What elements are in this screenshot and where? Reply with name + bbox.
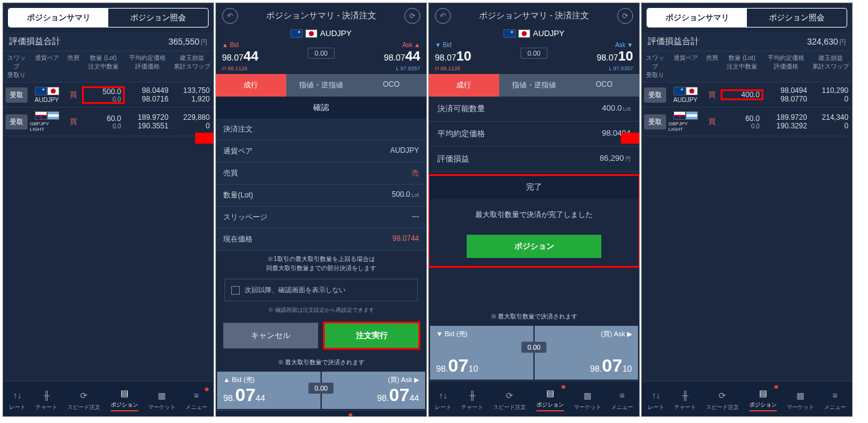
- tab-oco[interactable]: OCO: [356, 74, 426, 97]
- back-icon[interactable]: ↶: [435, 8, 451, 24]
- receive-button[interactable]: 受取: [6, 87, 28, 103]
- header-title: ポジションサマリ - 決済注文: [266, 10, 376, 21]
- refresh-icon[interactable]: ⟳: [404, 8, 420, 24]
- ask-panel[interactable]: (買) Ask ▶ 98.0744: [322, 372, 425, 409]
- price-strip: ▼ Bid 98.0710 0.00 Ask ▼ 98.0710: [429, 39, 639, 65]
- nav-market[interactable]: ▦マーケット: [148, 389, 176, 411]
- nav-speed[interactable]: ⟳スピード注文: [67, 389, 100, 411]
- receive-button[interactable]: 受取: [644, 114, 666, 130]
- tab-limit[interactable]: 指値・逆指値: [286, 74, 357, 97]
- nav-menu-label: メニュー: [185, 403, 207, 411]
- nav-menu[interactable]: ≡メニュー: [824, 389, 846, 411]
- pos-pnl: 133,750: [171, 86, 210, 95]
- nav-market[interactable]: ▦マーケット: [574, 389, 601, 411]
- pos-pnl: 229,880: [171, 113, 210, 122]
- price-strip: ▲ Bid 98.0744 0.00 Ask ▲ 98.0744: [216, 39, 426, 65]
- red-arrow-icon: [195, 125, 214, 151]
- nav-chart[interactable]: ╫チャート: [674, 389, 696, 411]
- bid-price: 98.0710: [435, 48, 472, 64]
- col-avg: 平均約定価格 評価価格: [762, 51, 810, 82]
- lot-pending: 0.0: [83, 123, 121, 130]
- nav-menu[interactable]: ≡メニュー: [185, 389, 207, 411]
- nav-position[interactable]: ▤ポジション: [749, 386, 777, 411]
- receive-button[interactable]: 受取: [6, 114, 28, 130]
- top-tabs: ポジションサマリ ポジション照会: [647, 8, 847, 28]
- confirm-row: 通貨ペアAUDJPY: [216, 141, 426, 163]
- red-arrow-icon: [621, 125, 640, 151]
- confirm-key: 決済注文: [223, 124, 253, 134]
- flag-au-icon: [503, 29, 516, 38]
- col-swap: スワップ 受取り: [3, 51, 30, 82]
- position-row[interactable]: 受取 AUDJPY 買 500.0 0.0 98.0449 98.0716 13…: [3, 83, 213, 108]
- confirm-list: 決済注文 通貨ペアAUDJPY 売買売 数量(Lot)500.0Lot スリッペ…: [216, 119, 426, 251]
- cancel-button[interactable]: キャンセル: [223, 323, 318, 348]
- bottom-nav: ↑↓レート ╫チャート ⟳スピード注文 ▤ポジション ▦マーケット ≡メニュー: [216, 410, 426, 417]
- ask-panel[interactable]: (買) Ask ▶ 98.0710: [535, 326, 638, 380]
- nav-position[interactable]: ▤ポジション: [536, 386, 564, 411]
- checkbox-icon[interactable]: [231, 286, 240, 295]
- nav-chart[interactable]: ╫チャート: [461, 389, 483, 411]
- bottom-nav: ↑↓レート ╫チャート ⟳スピード注文 ▤ポジション ▦マーケット ≡メニュー: [429, 381, 639, 416]
- rate-icon: ↑↓: [650, 389, 663, 402]
- order-tabs: 成行 指値・逆指値 OCO: [429, 74, 639, 97]
- dont-show-checkbox-row[interactable]: 次回以降、確認画面を表示しない: [224, 279, 418, 301]
- nav-rate[interactable]: ↑↓レート: [648, 389, 664, 411]
- panel-spread: 0.00: [308, 383, 333, 394]
- nav-position[interactable]: ▤ポジション: [324, 414, 351, 417]
- col-pair: 通貨ペア: [669, 51, 703, 82]
- position-row[interactable]: 受取 AUDJPY 買 400.0 98.0494 98.0770 110,29…: [642, 83, 852, 108]
- nav-market[interactable]: ▦マーケット: [787, 389, 814, 411]
- pair-name: GBPJPY LIGHT: [669, 121, 703, 132]
- speed-icon: ⟳: [503, 389, 516, 402]
- bid-panel[interactable]: ▲ Bid (売) 98.0744: [217, 372, 321, 409]
- tab-limit[interactable]: 指値・逆指値: [499, 74, 569, 97]
- top-tabs: ポジションサマリ ポジション照会: [8, 8, 209, 28]
- nav-speed[interactable]: ⟳スピード注文: [493, 389, 526, 411]
- nav-position-label: ポジション: [749, 401, 777, 409]
- chart-icon: ╫: [678, 389, 692, 402]
- screen-4-position-summary-after: ポジションサマリ ポジション照会 評価損益合計 324,630円 スワップ 受取…: [641, 2, 853, 417]
- nav-menu[interactable]: ≡メニュー: [611, 389, 633, 411]
- nav-rate-label: レート: [648, 403, 664, 411]
- tab-inquiry[interactable]: ポジション照会: [108, 9, 208, 27]
- lot-cell: 60.0 0.0: [722, 114, 762, 130]
- done-position-button[interactable]: ポジション: [467, 235, 601, 258]
- bid-label: ▼ Bid: [435, 42, 472, 48]
- tab-summary[interactable]: ポジションサマリ: [9, 9, 108, 27]
- avg-cell: 98.0494 98.0770: [762, 86, 810, 103]
- bid-ask-panels: ▼ Bid (売) 98.0710 0.00 (買) Ask ▶ 98.0710: [429, 325, 639, 381]
- tab-market[interactable]: 成行: [216, 74, 286, 97]
- position-row[interactable]: 受取 GBPJPY LIGHT 買 60.0 0.0 189.9720 190.…: [3, 108, 213, 136]
- done-title: 完了: [429, 175, 639, 199]
- pair-name: GBPJPY LIGHT: [30, 121, 64, 132]
- pair-label: AUDJPY: [320, 29, 351, 38]
- action-buttons: キャンセル 注文実行: [216, 317, 426, 355]
- nav-rate[interactable]: ↑↓レート: [9, 389, 26, 411]
- nav-speed-label: スピード注文: [493, 403, 526, 411]
- nav-market-label: マーケット: [787, 403, 814, 411]
- pnl-cell: 110,290 0: [809, 86, 852, 103]
- nav-chart[interactable]: ╫チャート: [35, 389, 57, 411]
- nav-speed[interactable]: ⟳スピード注文: [706, 389, 739, 411]
- nav-rate[interactable]: ↑↓レート: [435, 389, 451, 411]
- nav-rate-label: レート: [9, 403, 26, 411]
- header-title: ポジションサマリ - 決済注文: [479, 10, 589, 21]
- chart-icon: ╫: [466, 389, 479, 402]
- tab-market[interactable]: 成行: [429, 74, 499, 97]
- position-row[interactable]: 受取 GBPJPY LIGHT 買 60.0 0.0 189.9720 190.…: [642, 108, 852, 136]
- tab-inquiry[interactable]: ポジション照会: [747, 9, 847, 27]
- avg-price: 189.9720: [762, 113, 807, 122]
- execute-button[interactable]: 注文実行: [324, 323, 419, 348]
- nav-position-label: ポジション: [536, 401, 564, 409]
- receive-button[interactable]: 受取: [644, 87, 666, 103]
- tab-oco[interactable]: OCO: [569, 74, 639, 97]
- settle-info: 決済可能数量400.0Lot 平均約定価格98.0494 評価損益86,290円: [429, 97, 639, 172]
- back-icon[interactable]: ↶: [222, 8, 238, 24]
- pnl-label: 評価損益合計: [648, 36, 699, 47]
- col-pnl: 建玉損益 累計スワップ: [809, 51, 852, 82]
- refresh-icon[interactable]: ⟳: [617, 8, 633, 24]
- nav-position[interactable]: ▤ポジション: [111, 386, 138, 411]
- tab-summary[interactable]: ポジションサマリ: [647, 9, 747, 27]
- bid-panel[interactable]: ▼ Bid (売) 98.0710: [430, 326, 533, 380]
- position-rows: 受取 AUDJPY 買 500.0 0.0 98.0449 98.0716 13…: [3, 83, 213, 381]
